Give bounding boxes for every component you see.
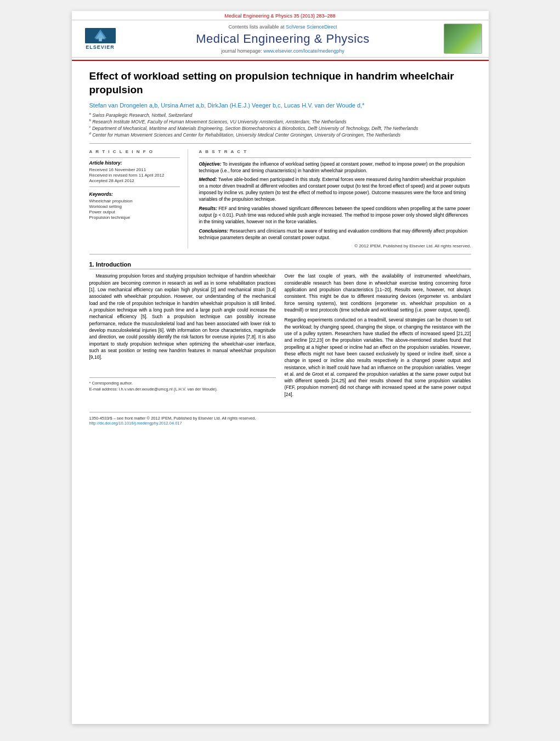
sciverse-line: Contents lists available at SciVerse Sci… (122, 24, 444, 30)
abstract-col: A B S T R A C T Objective: To investigat… (199, 149, 471, 249)
revised-date: Received in revised form 11 April 2012 (89, 173, 180, 178)
accepted-date: Accepted 28 April 2012 (89, 178, 180, 183)
journal-thumbnail (444, 24, 482, 54)
keyword-4: Propulsion technique (89, 215, 180, 220)
sciverse-link[interactable]: SciVerse ScienceDirect (286, 24, 337, 30)
keyword-2: Workload setting (89, 204, 180, 209)
issn-line: 1350-4533/$ – see front matter © 2012 IP… (89, 416, 471, 421)
elsevier-label: ELSEVIER (86, 44, 115, 50)
keywords-label: Keywords: (89, 191, 180, 197)
intro-para-1: Measuring propulsion forces and studying… (89, 273, 276, 360)
page-footer: 1350-4533/$ – see front matter © 2012 IP… (89, 412, 471, 430)
doi-line: http://dx.doi.org/10.1016/j.medengphy.20… (89, 421, 471, 426)
copyright-line: © 2012 IPEM, Published by Elsevier Ltd. … (199, 244, 471, 248)
article-info-col: A R T I C L E I N F O Article history: R… (89, 149, 188, 249)
affil-a: a Swiss Paraplegic Research, Nottwil, Sw… (89, 112, 471, 118)
footnote-email-line: E-mail address: l.h.v.van.der.woude@umcg… (89, 387, 276, 392)
authors-line: Stefan van Drongelen a,b, Ursina Arnet a… (89, 102, 471, 109)
journal-citation: Medical Engineering & Physics 35 (2013) … (72, 11, 489, 20)
homepage-link[interactable]: www.elsevier.com/locate/medengphy (263, 48, 344, 54)
keyword-3: Power output (89, 210, 180, 214)
journal-page: Medical Engineering & Physics 35 (2013) … (72, 11, 489, 724)
article-info-label: A R T I C L E I N F O (89, 149, 180, 154)
intro-body: Measuring propulsion forces and studying… (89, 273, 471, 401)
affiliations: a Swiss Paraplegic Research, Nottwil, Sw… (89, 112, 471, 137)
journal-homepage: journal homepage: www.elsevier.com/locat… (122, 48, 444, 54)
journal-center: Contents lists available at SciVerse Sci… (122, 24, 444, 54)
affil-c: c Department of Mechanical, Maritime and… (89, 125, 471, 131)
journal-title: Medical Engineering & Physics (122, 32, 444, 46)
abstract-conclusions: Conclusions: Researchers and clinicians … (199, 228, 471, 241)
divider-1 (89, 143, 471, 144)
elsevier-logo: 🌿 ELSEVIER (78, 27, 122, 51)
received-date: Received 16 November 2011 (89, 167, 180, 172)
history-label: Article history: (89, 160, 180, 166)
intro-para-right-1: Over the last couple of years, with the … (285, 273, 471, 313)
article-title: Effect of workload setting on propulsion… (89, 70, 471, 97)
introduction-section: 1. Introduction Measuring propulsion for… (89, 261, 471, 401)
divider-2 (89, 254, 471, 254)
svg-rect-4 (99, 38, 102, 41)
info-abstract-section: A R T I C L E I N F O Article history: R… (89, 149, 471, 249)
elsevier-tree-icon: 🌿 (84, 28, 117, 43)
journal-header: Medical Engineering & Physics 35 (2013) … (72, 11, 489, 61)
article-content: Effect of workload setting on propulsion… (72, 61, 489, 439)
abstract-label: A B S T R A C T (199, 149, 471, 154)
affil-d: d Center for Human Movement Sciences and… (89, 132, 471, 138)
abstract-method: Method: Twelve able-bodied men participa… (199, 177, 471, 203)
abstract-results: Results: FEF and timing variables showed… (199, 206, 471, 225)
intro-heading: 1. Introduction (89, 261, 471, 269)
journal-banner: 🌿 ELSEVIER Contents lists available at S… (72, 20, 489, 58)
footnote-star-line: * Corresponding author. (89, 381, 276, 386)
intro-para-right-2: Regarding experiments conducted on a tre… (285, 316, 471, 398)
affil-b: b Research Institute MOVE, Faculty of Hu… (89, 118, 471, 125)
intro-left-col: Measuring propulsion forces and studying… (89, 273, 276, 401)
footnote-area: * Corresponding author. E-mail address: … (89, 377, 276, 392)
intro-right-col: Over the last couple of years, with the … (285, 273, 471, 401)
abstract-objective: Objective: To investigate the influence … (199, 161, 471, 174)
keyword-1: Wheelchair propulsion (89, 199, 180, 203)
